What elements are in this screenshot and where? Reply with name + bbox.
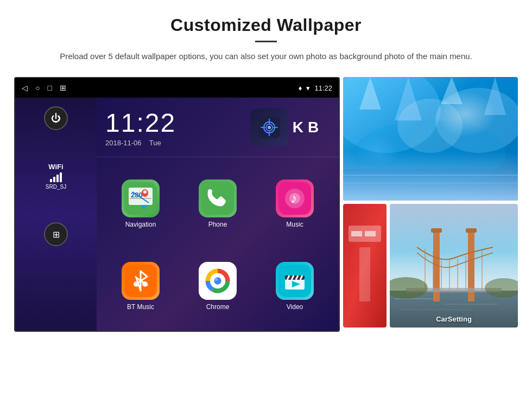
status-right: ♦ ▾ 11:22	[299, 84, 332, 92]
svg-point-23	[142, 281, 148, 287]
page-description: Preload over 5 default wallpaper options…	[43, 50, 489, 63]
page-divider	[255, 41, 277, 42]
chrome-label: Chrome	[206, 303, 230, 311]
wifi-ssid: SRD_SJ	[46, 184, 66, 190]
app-btmusic[interactable]: BT Music	[102, 245, 179, 327]
apps-grid-icon: ⊞	[53, 229, 60, 240]
prev-thumb-svg	[343, 204, 387, 327]
screen-main: 11:22 2018-11-06 Tue	[97, 98, 339, 332]
k-media-icon: K	[293, 119, 303, 136]
chrome-svg-icon	[204, 267, 231, 294]
screen-sidebar: ⏻ WiFi SRD_SJ ⊞	[15, 98, 97, 332]
android-screen: ◁ ○ □ ⊞ ♦ ▾ 11:22 ⏻ WiFi	[14, 77, 340, 332]
page-header: Customized Wallpaper Preload over 5 defa…	[0, 0, 532, 72]
media-icons: K B	[230, 98, 339, 157]
screen-body: ⏻ WiFi SRD_SJ ⊞	[15, 98, 339, 332]
date-display: 2018-11-06 Tue	[105, 139, 221, 147]
app-music[interactable]: ♪ Music	[256, 163, 333, 245]
svg-rect-36	[343, 77, 518, 201]
status-bar: ◁ ○ □ ⊞ ♦ ▾ 11:22	[15, 78, 339, 98]
svg-rect-44	[343, 169, 518, 201]
screen-topbar: 11:22 2018-11-06 Tue	[97, 98, 339, 157]
btmusic-label: BT Music	[127, 303, 154, 311]
svg-marker-41	[395, 77, 422, 120]
svg-marker-42	[441, 77, 463, 104]
navigation-svg-icon: 280	[124, 182, 157, 215]
svg-point-26	[214, 277, 221, 284]
golden-gate-svg	[390, 204, 518, 327]
time-display: 11:22	[105, 108, 221, 138]
svg-marker-43	[484, 77, 506, 115]
apps-button[interactable]: ⊞	[44, 222, 68, 246]
radio-icon-box	[250, 108, 288, 146]
wallpaper-ice-cave[interactable]	[343, 77, 518, 201]
btmusic-svg-icon	[124, 265, 157, 297]
time-section: 11:22 2018-11-06 Tue	[97, 98, 230, 157]
svg-rect-62	[466, 228, 477, 233]
location-icon: ♦	[299, 84, 302, 92]
status-left: ◁ ○ □ ⊞	[22, 84, 66, 92]
svg-marker-40	[359, 77, 381, 110]
svg-rect-51	[365, 231, 376, 236]
svg-rect-16	[201, 182, 234, 215]
main-content: ◁ ○ □ ⊞ ♦ ▾ 11:22 ⏻ WiFi	[0, 72, 532, 332]
carsetting-label: CarSetting	[390, 315, 518, 323]
svg-rect-61	[431, 228, 442, 233]
app-video[interactable]: Video	[256, 245, 333, 327]
back-icon[interactable]: ◁	[22, 84, 28, 92]
home-icon[interactable]: ○	[35, 84, 40, 92]
video-svg-icon	[278, 265, 311, 297]
svg-point-22	[134, 281, 139, 287]
phone-label: Phone	[208, 221, 227, 228]
recent-icon[interactable]: □	[47, 84, 52, 92]
wallpaper-golden-gate[interactable]: CarSetting	[390, 204, 518, 327]
page-title: Customized Wallpaper	[43, 15, 489, 35]
svg-point-39	[354, 120, 506, 185]
b-media-icon: B	[308, 119, 319, 136]
wifi-label: WiFi	[46, 163, 66, 171]
svg-rect-45	[343, 175, 518, 176]
video-label: Video	[287, 303, 303, 311]
wifi-bars	[46, 172, 66, 182]
svg-point-47	[397, 99, 463, 153]
ice-cave-svg	[343, 77, 518, 201]
wifi-info: WiFi SRD_SJ	[46, 163, 66, 190]
wallpaper-prev-small	[343, 204, 387, 327]
svg-point-38	[435, 88, 518, 153]
svg-point-27	[215, 278, 218, 281]
apps-grid: 280 Navigation	[97, 157, 339, 332]
svg-rect-52	[359, 247, 370, 301]
radio-svg-icon	[258, 117, 280, 138]
power-icon: ⏻	[51, 113, 61, 124]
phone-svg-icon	[201, 182, 234, 215]
wallpaper-bottom-row: CarSetting	[343, 204, 518, 327]
svg-text:♪: ♪	[290, 191, 297, 206]
svg-point-3	[268, 126, 271, 129]
navigation-label: Navigation	[125, 221, 156, 228]
svg-rect-46	[343, 183, 518, 184]
music-svg-icon: ♪	[278, 182, 311, 215]
app-phone[interactable]: Phone	[179, 163, 256, 245]
wifi-icon: ▾	[306, 84, 310, 92]
status-time: 11:22	[314, 84, 332, 92]
svg-point-14	[143, 190, 147, 194]
app-navigation[interactable]: 280 Navigation	[102, 163, 179, 245]
screenshot-icon[interactable]: ⊞	[60, 84, 66, 92]
power-button[interactable]: ⏻	[44, 106, 68, 130]
app-chrome[interactable]: Chrome	[179, 245, 256, 327]
svg-rect-50	[351, 231, 362, 236]
svg-point-37	[343, 77, 441, 153]
wallpaper-panel: CarSetting	[343, 77, 518, 327]
music-label: Music	[286, 221, 303, 228]
